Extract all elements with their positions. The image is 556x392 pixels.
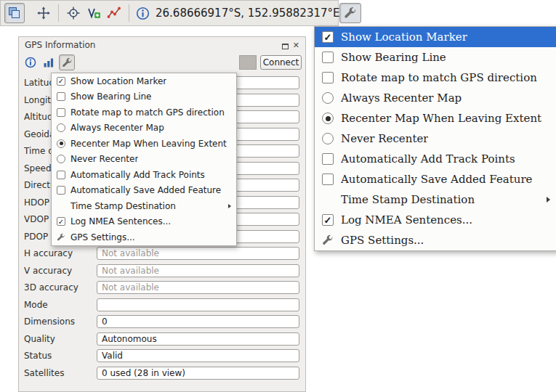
radio-indicator [57, 139, 65, 148]
position-info-button[interactable] [23, 54, 39, 70]
wrench-icon [62, 57, 73, 68]
field-label: Satellites [24, 368, 97, 378]
panel-toolbar: Connect [19, 53, 305, 72]
checkbox-indicator [322, 153, 334, 165]
menu-item-label: Time Stamp Destination [70, 201, 176, 211]
menu-item-label: GPS Settings... [70, 232, 135, 242]
recenter-button[interactable] [63, 3, 84, 23]
connect-button[interactable]: Connect [260, 55, 302, 70]
menu-item-label: Log NMEA Sentences... [341, 213, 472, 226]
checkbox-indicator [322, 173, 334, 185]
screenshot-root: 26.68666917°S, 152.95882317°E GPS Inform… [0, 0, 556, 392]
field-label: 3D accuracy [24, 282, 97, 293]
info-icon [25, 57, 36, 68]
add-vertex-icon [86, 6, 101, 20]
menu-item-label: Never Recenter [341, 132, 428, 145]
disabled-button[interactable] [239, 55, 257, 70]
toolbar-separator [129, 4, 129, 22]
pan-to-location-button[interactable] [33, 3, 54, 23]
menu-item-automatically-add-track-points[interactable]: Automatically Add Track Points [52, 167, 236, 183]
gps-info-button[interactable] [134, 4, 151, 22]
field-row-quality: Quality [24, 332, 299, 346]
gps-options-menu-small: ✓Show Location MarkerShow Bearing LineRo… [51, 73, 237, 246]
gps-coordinates-display: 26.68666917°S, 152.95882317°E [156, 7, 339, 20]
menu-item-show-bearing-line[interactable]: Show Bearing Line [52, 89, 236, 105]
float-panel-button[interactable] [282, 38, 289, 52]
menu-item-label: Time Stamp Destination [341, 193, 475, 206]
dimensions-field[interactable] [97, 315, 299, 328]
radio-indicator [322, 92, 334, 104]
signal-strength-button[interactable] [41, 54, 57, 70]
menu-item-show-location-marker[interactable]: ✓Show Location Marker [52, 73, 236, 89]
menu-item-rotate-map-to-match-gps-direction[interactable]: Rotate map to match GPS direction [315, 68, 556, 88]
quality-field[interactable] [97, 332, 299, 346]
checkbox-indicator: ✓ [322, 214, 334, 226]
menu-item-time-stamp-destination[interactable]: Time Stamp Destination [52, 198, 236, 214]
menu-item-label: Always Recenter Map [70, 123, 164, 133]
gps-toolbar: 26.68666917°S, 152.95882317°E [0, 0, 339, 26]
menu-item-recenter-map-when-leaving-extent[interactable]: Recenter Map When Leaving Extent [52, 136, 236, 152]
add-track-point-button[interactable] [104, 3, 124, 23]
checkbox-indicator [57, 108, 65, 117]
menu-item-automatically-save-added-feature[interactable]: Automatically Save Added Feature [315, 169, 556, 189]
menu-item-gps-settings[interactable]: GPS Settings... [315, 230, 556, 250]
field-label: Mode [24, 300, 97, 310]
menu-item-label: Show Location Marker [70, 76, 166, 86]
status-field[interactable] [97, 349, 299, 362]
menu-item-automatically-save-added-feature[interactable]: Automatically Save Added Feature [52, 183, 236, 199]
menu-item-label: Rotate map to match GPS direction [70, 107, 225, 118]
h-accuracy-field[interactable] [97, 247, 299, 260]
menu-item-show-location-marker[interactable]: ✓Show Location Marker [315, 27, 556, 47]
gps-settings-toolbar-button[interactable] [339, 3, 361, 23]
add-track-point-icon [107, 6, 121, 20]
menu-item-automatically-add-track-points[interactable]: Automatically Add Track Points [315, 149, 556, 169]
radio-indicator [57, 123, 65, 132]
submenu-arrow-icon [228, 204, 231, 208]
panel-title: GPS Information [25, 40, 95, 50]
menu-indent-spacer [57, 202, 65, 211]
menu-item-always-recenter-map[interactable]: Always Recenter Map [315, 88, 556, 108]
menu-item-label: Always Recenter Map [341, 91, 462, 105]
menu-indent-spacer [322, 194, 334, 205]
checkbox-indicator [57, 186, 65, 195]
menu-item-show-bearing-line[interactable]: Show Bearing Line [315, 47, 556, 68]
checkbox-indicator: ✓ [322, 31, 334, 43]
float-icon [282, 44, 289, 49]
menu-item-never-recenter[interactable]: Never Recenter [52, 152, 236, 168]
menu-item-label: GPS Settings... [341, 234, 424, 247]
menu-item-label: Log NMEA Sentences... [70, 216, 171, 226]
submenu-arrow-icon [547, 197, 550, 203]
menu-item-rotate-map-to-match-gps-direction[interactable]: Rotate map to match GPS direction [52, 105, 236, 121]
mode-field[interactable] [97, 298, 299, 311]
radio-indicator [322, 113, 334, 124]
field-label: Dimensions [24, 317, 97, 327]
satellites-field[interactable] [97, 367, 299, 380]
menu-item-never-recenter[interactable]: Never Recenter [315, 128, 556, 149]
3d-accuracy-field[interactable] [97, 281, 299, 294]
add-vertex-button[interactable] [84, 3, 104, 23]
checkbox-indicator [322, 72, 334, 83]
toolbar-separator [58, 4, 59, 22]
menu-item-recenter-map-when-leaving-extent[interactable]: Recenter Map When Leaving Extent [315, 108, 556, 128]
gps-options-button[interactable] [59, 54, 75, 70]
menu-item-label: Never Recenter [70, 154, 138, 164]
field-label: Quality [24, 334, 97, 344]
field-row-v-accuracy: V accuracy [24, 264, 299, 277]
close-panel-button[interactable]: ✕ [293, 41, 299, 49]
field-label: H accuracy [24, 248, 97, 258]
v-accuracy-field[interactable] [97, 264, 299, 277]
field-label: V accuracy [24, 266, 97, 276]
menu-item-log-nmea-sentences[interactable]: ✓Log NMEA Sentences... [315, 210, 556, 230]
menu-item-log-nmea-sentences[interactable]: ✓Log NMEA Sentences... [52, 214, 236, 230]
gps-acquisition-button[interactable] [4, 3, 25, 23]
wrench-icon [57, 233, 65, 242]
field-label: Status [24, 351, 97, 361]
radio-indicator [57, 155, 65, 163]
gps-acquisition-icon [7, 6, 22, 20]
menu-item-label: Automatically Add Track Points [341, 152, 515, 166]
menu-item-always-recenter-map[interactable]: Always Recenter Map [52, 121, 236, 136]
checkbox-indicator [322, 52, 334, 63]
field-row-mode: Mode [24, 298, 299, 311]
menu-item-gps-settings[interactable]: GPS Settings... [52, 229, 236, 245]
menu-item-time-stamp-destination[interactable]: Time Stamp Destination [315, 189, 556, 210]
